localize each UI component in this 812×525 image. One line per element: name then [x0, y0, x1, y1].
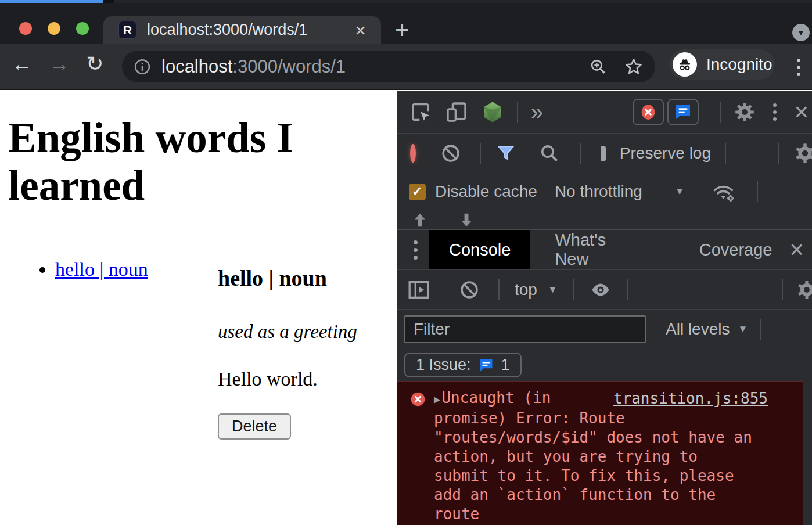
list-item: hello | noun — [55, 258, 148, 281]
tab-strip: R localhost:3000/words/1 × + ▼ — [0, 3, 812, 44]
browser-menu-icon[interactable] — [797, 59, 800, 76]
url-text: localhost:3000/words/1 — [161, 56, 346, 77]
export-har-icon[interactable] — [457, 210, 476, 229]
macos-minimize-button[interactable] — [48, 22, 60, 35]
macos-zoom-button[interactable] — [76, 22, 89, 35]
nodejs-icon[interactable] — [481, 100, 504, 124]
expand-error-icon[interactable]: ▶ — [434, 393, 440, 405]
issues-label: 1 Issue: — [416, 356, 471, 374]
console-error-message: ▶Uncaught (in promise) Error: Route "rou… — [397, 381, 804, 525]
devtools-menu-icon[interactable] — [773, 103, 777, 121]
record-network-log-icon[interactable] — [410, 144, 416, 163]
network-conditions-row: ✓ Disable cache No throttling ▼ — [397, 173, 812, 210]
new-tab-button[interactable]: + — [395, 20, 409, 40]
levels-caret-icon[interactable]: ▼ — [738, 323, 748, 335]
address-bar[interactable]: localhost:3000/words/1 — [122, 51, 655, 82]
console-filter-input[interactable] — [404, 315, 646, 343]
tab-search-icon[interactable]: ▼ — [792, 24, 810, 41]
browser-toolbar: ← → ↻ localhost:3000/words/1 — [0, 44, 812, 90]
disable-cache-label[interactable]: Disable cache — [435, 182, 537, 201]
tab-coverage[interactable]: Coverage — [682, 230, 790, 269]
drawer-tab-bar: Console What's New Coverage × — [397, 229, 812, 270]
drawer-menu-icon[interactable] — [414, 240, 418, 260]
error-text: ▶Uncaught (in promise) Error: Route "rou… — [434, 389, 752, 524]
preserve-log-checkbox[interactable] — [601, 146, 606, 161]
tab-close-icon[interactable]: × — [355, 21, 366, 39]
error-icon — [410, 391, 426, 407]
word-definition: used as a greeting — [218, 321, 357, 343]
error-count-badge[interactable] — [633, 99, 664, 125]
back-button[interactable]: ← — [12, 52, 33, 76]
disable-cache-checkbox[interactable]: ✓ — [409, 184, 426, 200]
clear-console-icon[interactable] — [459, 279, 480, 300]
word-link[interactable]: hello | noun — [55, 258, 148, 280]
devtools-panel: » — [397, 91, 812, 525]
issue-chat-icon — [478, 357, 494, 373]
har-actions-row — [397, 210, 812, 229]
tab-console[interactable]: Console — [429, 230, 530, 269]
drawer-close-icon[interactable]: × — [789, 238, 804, 262]
context-caret-icon[interactable]: ▼ — [548, 284, 558, 296]
incognito-icon — [673, 52, 697, 77]
site-info-icon[interactable] — [134, 58, 151, 75]
console-sidebar-toggle-icon[interactable] — [407, 278, 431, 301]
delete-button[interactable]: Delete — [218, 413, 291, 440]
incognito-badge: Incognito — [669, 49, 775, 80]
console-settings-icon[interactable] — [796, 279, 812, 301]
import-har-icon[interactable] — [410, 210, 430, 229]
clear-network-log-icon[interactable] — [440, 143, 461, 164]
network-settings-icon[interactable] — [793, 142, 812, 165]
page-viewport: English words I learned hello | noun hel… — [0, 91, 397, 525]
search-network-icon[interactable] — [539, 143, 560, 164]
devtools-close-icon[interactable]: × — [794, 100, 809, 124]
console-scrollbar[interactable] — [803, 381, 812, 525]
preserve-log-label[interactable]: Preserve log — [620, 144, 711, 163]
forward-button[interactable]: → — [49, 52, 70, 76]
throttling-select[interactable]: No throttling — [555, 182, 642, 201]
tab-title: localhost:3000/words/1 — [147, 21, 307, 39]
console-filter-row: All levels ▼ — [397, 310, 812, 349]
reload-button[interactable]: ↻ — [86, 52, 103, 76]
browser-window: R localhost:3000/words/1 × + ▼ ← → ↻ loc… — [0, 0, 812, 525]
devtools-main-toolbar: » — [397, 91, 812, 134]
word-detail-title: hello | noun — [218, 265, 357, 291]
network-conditions-icon[interactable] — [712, 180, 737, 203]
macos-close-button[interactable] — [19, 22, 32, 35]
inspect-element-icon[interactable] — [409, 100, 432, 124]
more-panels-icon[interactable]: » — [531, 100, 543, 125]
bookmark-star-icon[interactable] — [624, 57, 644, 77]
issues-button[interactable]: 1 Issue: 1 — [404, 353, 522, 377]
word-example: Hello world. — [218, 368, 357, 390]
word-detail: hello | noun used as a greeting Hello wo… — [218, 265, 357, 440]
log-levels-select[interactable]: All levels — [666, 320, 730, 339]
browser-tab[interactable]: R localhost:3000/words/1 × — [103, 16, 381, 44]
page-title: English words I learned — [8, 114, 322, 210]
execution-context-select[interactable]: top — [515, 281, 537, 299]
incognito-label: Incognito — [706, 55, 773, 74]
live-expression-eye-icon[interactable] — [589, 279, 612, 300]
issues-chat-badge[interactable] — [667, 99, 699, 125]
filter-funnel-icon[interactable] — [495, 142, 517, 164]
network-toolbar: Preserve log — [397, 134, 812, 173]
console-toolbar: top ▼ — [397, 270, 812, 310]
remix-favicon-icon: R — [118, 21, 136, 39]
zoom-page-icon[interactable] — [589, 57, 608, 76]
tab-whats-new[interactable]: What's New — [537, 230, 655, 269]
console-issue-row: 1 Issue: 1 — [397, 349, 812, 381]
word-list: hello | noun — [0, 258, 148, 281]
issues-count: 1 — [501, 356, 510, 374]
devtools-settings-icon[interactable] — [734, 101, 756, 123]
throttling-caret-icon[interactable]: ▼ — [675, 186, 685, 197]
device-toolbar-icon[interactable] — [445, 100, 468, 124]
error-source-link[interactable]: transition.js:855 — [613, 390, 768, 407]
